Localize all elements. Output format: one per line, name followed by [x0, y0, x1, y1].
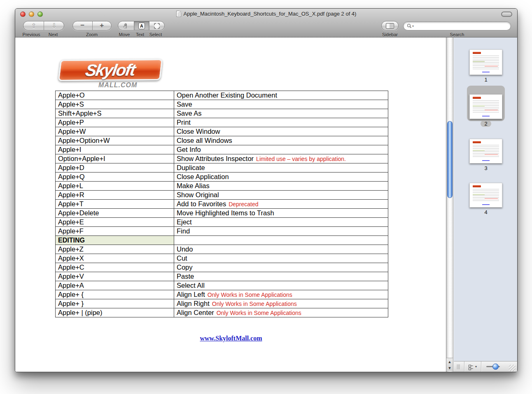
- page-thumbnail-item[interactable]: 4: [468, 183, 504, 216]
- shortcut-key-cell: Apple+X: [56, 254, 174, 263]
- page-thumbnail[interactable]: [469, 49, 502, 75]
- dashed-rect-icon: [154, 23, 160, 29]
- zoom-label: Zoom: [86, 32, 98, 37]
- window-title-area: Apple_Macintosh_Keyboard_Shortcuts_for_M…: [15, 9, 517, 19]
- arrow-up-icon: ⇧: [31, 23, 36, 29]
- page-number-label: 1: [484, 77, 487, 83]
- search-field[interactable]: ▾: [403, 21, 511, 30]
- slider-knob[interactable]: [492, 364, 499, 370]
- footer-link[interactable]: www.SkyloftMall.com: [200, 335, 262, 342]
- shortcut-action-cell: Make Alias: [174, 182, 388, 191]
- mini-link-line: [482, 204, 490, 205]
- shortcut-action-cell: Move Highlighted Items to Trash: [174, 209, 388, 218]
- annotation-text: Limited use – varies by application.: [256, 156, 346, 162]
- toolbar-toggle-pill-button[interactable]: [501, 12, 512, 17]
- shortcut-key-cell: Apple+Z: [56, 245, 174, 254]
- table-row: Apple+Option+WClose all Windows: [56, 136, 388, 145]
- shortcut-action-cell: Paste: [174, 272, 388, 281]
- shortcut-key-cell: Apple+ | (pipe): [56, 308, 174, 317]
- shortcut-action-cell: Align RightOnly Works in Some Applicatio…: [174, 299, 388, 308]
- mini-text-lines: [473, 100, 499, 114]
- table-row: Apple+SSave: [56, 100, 388, 109]
- zoom-in-button[interactable]: +: [92, 21, 112, 30]
- shortcut-table-body: Apple+OOpen Another Existing DocumentApp…: [56, 91, 388, 317]
- shortcut-action-cell: Save: [174, 100, 388, 109]
- text-tool-button[interactable]: A: [134, 21, 149, 30]
- shortcut-key-cell: Apple+P: [56, 118, 174, 127]
- page-thumbnail-item[interactable]: 2: [468, 94, 504, 127]
- shortcut-key-cell: Shift+Apple+S: [56, 109, 174, 118]
- table-row: Apple+EEject: [56, 218, 388, 227]
- action-text: Get Info: [177, 146, 201, 153]
- page-thumbnail-item[interactable]: 1: [468, 49, 504, 83]
- select-tool-button[interactable]: [149, 21, 164, 30]
- mini-text-lines: [473, 56, 499, 70]
- mini-link-line: [482, 116, 490, 117]
- page-thumbnail[interactable]: [469, 94, 502, 119]
- next-button[interactable]: ⇩: [44, 21, 64, 30]
- shortcut-key-cell: Apple+ {: [56, 290, 174, 299]
- window-chrome: Apple_Macintosh_Keyboard_Shortcuts_for_M…: [15, 9, 517, 37]
- scroll-down-arrow-icon[interactable]: ▼: [446, 365, 453, 371]
- shortcut-key-cell: Apple+A: [56, 281, 174, 290]
- shortcut-action-cell: Duplicate: [174, 163, 388, 173]
- preview-window: Apple_Macintosh_Keyboard_Shortcuts_for_M…: [15, 8, 518, 372]
- shortcut-key-cell: Apple+D: [56, 163, 174, 173]
- action-text: Close Window: [177, 128, 220, 135]
- table-row: Apple+ | (pipe)Align CenterOnly Works in…: [56, 308, 388, 317]
- action-text: Move Highlighted Items to Trash: [177, 209, 274, 217]
- minus-icon: −: [80, 22, 84, 30]
- shortcut-action-cell: Print: [174, 118, 388, 127]
- thumbnail-size-slider[interactable]: [484, 361, 506, 372]
- page-thumbnail[interactable]: [469, 183, 502, 207]
- shortcut-key-cell: Apple+C: [56, 263, 174, 272]
- table-row: Apple+DDuplicate: [56, 163, 388, 173]
- shortcut-key-cell: Apple+Q: [56, 173, 174, 182]
- titlebar[interactable]: Apple_Macintosh_Keyboard_Shortcuts_for_M…: [15, 9, 517, 19]
- table-row: Apple+FFind: [56, 227, 388, 236]
- shortcut-action-cell: Undo: [174, 245, 388, 254]
- shortcut-action-cell: Select All: [174, 281, 388, 290]
- chevron-down-icon: ▾: [475, 365, 477, 368]
- zoom-out-button[interactable]: −: [73, 21, 92, 30]
- annotation-text: Only Works in Some Applications: [217, 310, 301, 316]
- window-title: Apple_Macintosh_Keyboard_Shortcuts_for_M…: [184, 11, 357, 17]
- sidebar-button[interactable]: [382, 21, 398, 30]
- action-text: Save: [177, 100, 192, 108]
- scrollbar-thumb[interactable]: [447, 121, 453, 198]
- mini-logo: [473, 185, 481, 187]
- scroll-up-arrow-icon[interactable]: ▲: [446, 359, 453, 365]
- table-row: Apple+ASelect All: [56, 281, 388, 290]
- shortcut-key-cell: Apple+Delete: [56, 209, 174, 218]
- sidebar-label: Sidebar: [382, 32, 398, 37]
- toolbar: ⇧ ⇩ Previous Next − + Zoom: [15, 19, 517, 37]
- table-row: Shift+Apple+SSave As: [56, 109, 388, 118]
- table-row: Apple+OOpen Another Existing Document: [56, 91, 388, 100]
- action-text: Undo: [177, 245, 193, 253]
- mini-text-lines: [473, 189, 499, 202]
- table-row: Apple+VPaste: [56, 272, 388, 281]
- search-input[interactable]: [414, 23, 511, 29]
- pdf-page: Skyloft MALL.COM Apple+OOpen Another Exi…: [15, 37, 446, 372]
- action-text: Duplicate: [177, 164, 205, 171]
- shortcut-key-cell: Apple+R: [56, 191, 174, 200]
- text-a-icon: A: [138, 23, 145, 29]
- thumbnail-view-menu-button[interactable]: ▾: [464, 361, 481, 372]
- move-tool-button[interactable]: [118, 21, 134, 30]
- page-thumbnail-item[interactable]: 3: [468, 139, 504, 172]
- shortcut-key-cell: Apple+I: [56, 145, 174, 154]
- window-resize-grip[interactable]: [509, 365, 516, 371]
- action-text: Align Right: [177, 300, 210, 307]
- shortcut-action-cell: Find: [174, 227, 388, 236]
- page-number-label: 3: [484, 165, 487, 171]
- next-label: Next: [49, 32, 58, 37]
- mini-logo: [473, 97, 481, 99]
- table-row: Apple+XCut: [56, 254, 388, 263]
- previous-button[interactable]: ⇧: [23, 21, 44, 30]
- page-thumbnail[interactable]: [469, 139, 502, 163]
- zoom-control: − +: [72, 21, 112, 30]
- pane-splitter-handle[interactable]: [457, 364, 460, 369]
- vertical-scrollbar[interactable]: ▲ ▼: [446, 37, 453, 372]
- select-label: Select: [149, 32, 162, 37]
- sidebar-toggle-control: [381, 21, 399, 30]
